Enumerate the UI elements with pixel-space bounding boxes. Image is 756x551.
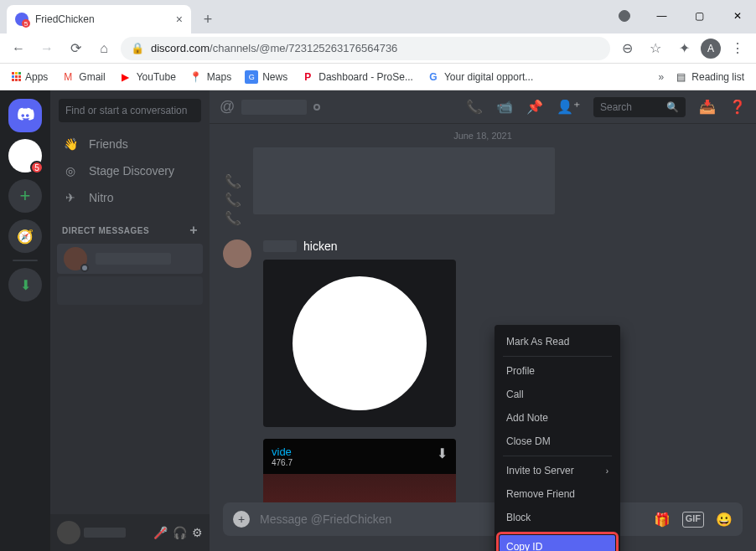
- video-attachment[interactable]: vide 476.7 ⬇: [263, 439, 456, 502]
- ctx-call[interactable]: Call: [500, 383, 615, 406]
- friends-nav[interactable]: 👋Friends: [50, 131, 210, 157]
- video-call-button[interactable]: 📹: [496, 99, 513, 115]
- server-icon[interactable]: 5: [8, 139, 42, 173]
- bookmarks-bar: Apps MGmail ▶YouTube 📍Maps GNews PDashbo…: [0, 64, 756, 90]
- stage-icon: ◎: [62, 164, 79, 178]
- date-divider: June 18, 2021: [223, 131, 743, 141]
- pinterest-icon: P: [301, 70, 314, 84]
- notification-badge: 5: [30, 161, 44, 174]
- emoji-button[interactable]: 😀: [716, 512, 733, 528]
- explore-button[interactable]: 🧭: [8, 219, 42, 253]
- forward-button[interactable]: →: [35, 37, 59, 60]
- create-dm-button[interactable]: +: [189, 223, 198, 238]
- close-tab-icon[interactable]: ×: [176, 13, 183, 26]
- nitro-nav[interactable]: ✈Nitro: [50, 184, 210, 211]
- news-icon: G: [245, 70, 258, 84]
- dm-conversation[interactable]: [57, 244, 203, 274]
- home-button[interactable]: ⌂: [92, 37, 116, 60]
- ctx-profile[interactable]: Profile: [500, 359, 615, 383]
- download-icon[interactable]: ⬇: [437, 445, 448, 467]
- inbox-button[interactable]: 📥: [699, 99, 716, 115]
- conversation-search[interactable]: Find or start a conversation: [59, 99, 201, 122]
- zoom-icon[interactable]: ⊖: [615, 37, 639, 60]
- phone-icon: 📞: [223, 173, 243, 189]
- mute-mic-button[interactable]: 🎤: [153, 526, 168, 539]
- extensions-icon[interactable]: ✦: [672, 37, 696, 60]
- download-apps-button[interactable]: ⬇: [8, 268, 42, 301]
- ctx-mark-as-read[interactable]: Mark As Read: [500, 330, 615, 353]
- google-bookmark[interactable]: GYour digital opport...: [422, 67, 538, 87]
- discord-app: 5 + 🧭 ⬇ Find or start a conversation 👋Fr…: [0, 90, 756, 551]
- stage-discovery-nav[interactable]: ◎Stage Discovery: [50, 157, 210, 184]
- voice-call-button[interactable]: 📞: [466, 99, 483, 115]
- settings-button[interactable]: ⚙: [192, 526, 203, 539]
- deafen-button[interactable]: 🎧: [173, 526, 187, 539]
- reading-list-button[interactable]: ▤Reading list: [669, 67, 749, 87]
- gif-button[interactable]: GIF: [682, 512, 704, 528]
- lock-icon: 🔒: [131, 42, 144, 54]
- video-thumbnail: [263, 474, 456, 502]
- chat-header: @ 📞 📹 📌 👤⁺ Search🔍 📥 ❓: [210, 90, 756, 124]
- search-icon: 🔍: [666, 101, 679, 113]
- message-avatar[interactable]: [223, 239, 251, 268]
- server-list: 5 + 🧭 ⬇: [0, 90, 50, 551]
- browser-tab-strip: FriedChicken × + — ▢ ✕: [0, 0, 756, 33]
- phone-icon: 📞: [223, 192, 243, 208]
- video-filename: vide: [272, 445, 293, 458]
- ctx-remove-friend[interactable]: Remove Friend: [500, 482, 615, 506]
- separator: [503, 356, 612, 357]
- add-friends-button[interactable]: 👤⁺: [557, 99, 580, 115]
- friends-icon: 👋: [62, 137, 79, 151]
- bookmark-star-icon[interactable]: ☆: [644, 37, 667, 60]
- ctx-invite-to-server[interactable]: Invite to Server›: [500, 459, 615, 482]
- chevron-right-icon: ›: [606, 466, 608, 476]
- url-path: /channels/@me/723125263176564736: [210, 42, 397, 54]
- ctx-copy-id[interactable]: Copy ID: [500, 535, 615, 551]
- apps-bookmark[interactable]: Apps: [7, 68, 53, 86]
- browser-tab[interactable]: FriedChicken ×: [7, 5, 191, 33]
- profile-avatar[interactable]: A: [701, 39, 721, 59]
- url-host: discord.com: [151, 42, 210, 54]
- youtube-bookmark[interactable]: ▶YouTube: [114, 67, 181, 87]
- image-attachment[interactable]: [263, 260, 456, 427]
- ctx-block[interactable]: Block: [500, 506, 615, 529]
- overflow-icon[interactable]: »: [659, 71, 665, 83]
- news-bookmark[interactable]: GNews: [240, 67, 293, 87]
- add-server-button[interactable]: +: [8, 179, 42, 213]
- account-indicator-icon[interactable]: [619, 10, 630, 22]
- self-avatar[interactable]: [57, 521, 80, 544]
- close-window-button[interactable]: ✕: [718, 3, 756, 28]
- new-tab-button[interactable]: +: [196, 8, 220, 31]
- home-button[interactable]: [8, 99, 42, 132]
- maps-bookmark[interactable]: 📍Maps: [184, 67, 236, 87]
- video-filesize: 476.7: [272, 458, 293, 467]
- help-button[interactable]: ❓: [729, 99, 746, 115]
- ctx-add-note[interactable]: Add Note: [500, 406, 615, 430]
- message-search[interactable]: Search🔍: [593, 97, 686, 117]
- user-context-menu: Mark As Read Profile Call Add Note Close…: [495, 325, 620, 551]
- browser-toolbar: ← → ⟳ ⌂ 🔒 discord.com/channels/@me/72312…: [0, 33, 756, 64]
- menu-icon[interactable]: ⋮: [726, 37, 749, 60]
- maximize-button[interactable]: ▢: [681, 3, 718, 28]
- pinterest-bookmark[interactable]: PDashboard - ProSe...: [296, 67, 418, 87]
- chat-area: @ 📞 📹 📌 👤⁺ Search🔍 📥 ❓ June 18, 2021 📞 📞…: [210, 90, 756, 551]
- reload-button[interactable]: ⟳: [64, 37, 87, 60]
- user-avatar: [64, 247, 87, 270]
- message-list: June 18, 2021 📞 📞 📞 📞 hicken vide: [210, 124, 756, 502]
- address-bar[interactable]: 🔒 discord.com/channels/@me/7231252631765…: [121, 37, 610, 60]
- minimize-button[interactable]: —: [643, 3, 681, 28]
- google-icon: G: [427, 70, 440, 84]
- gift-button[interactable]: 🎁: [654, 512, 671, 528]
- maps-pin-icon: 📍: [189, 70, 203, 84]
- back-button[interactable]: ←: [7, 37, 30, 60]
- message-input-bar: + Message @FriedChicken 🎁 GIF 😀: [223, 502, 743, 536]
- gmail-icon: M: [61, 70, 75, 84]
- youtube-icon: ▶: [119, 70, 132, 84]
- ctx-close-dm[interactable]: Close DM: [500, 430, 615, 453]
- nitro-icon: ✈: [62, 191, 79, 204]
- status-indicator: [80, 264, 89, 272]
- dm-section-header: DIRECT MESSAGES +: [50, 211, 210, 243]
- gmail-bookmark[interactable]: MGmail: [56, 67, 110, 87]
- pinned-messages-button[interactable]: 📌: [526, 99, 543, 115]
- attach-button[interactable]: +: [233, 511, 250, 528]
